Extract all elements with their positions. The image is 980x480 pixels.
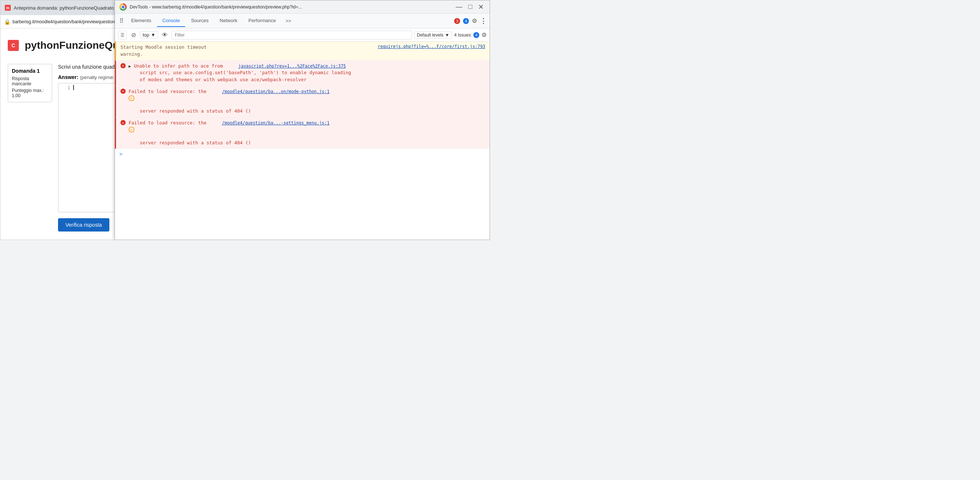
verify-answer-button[interactable]: Verifica risposta xyxy=(58,218,110,231)
console-filter-input[interactable] xyxy=(172,31,412,40)
tab-elements[interactable]: Elements xyxy=(126,15,156,27)
clear-console-icon: ⊘ xyxy=(131,32,136,38)
eye-icon: 👁 xyxy=(162,32,168,38)
console-messages-area: Starting Moodle session timeoutwarning. … xyxy=(115,42,490,240)
console-message-error-1: ✕ ▶ Unable to infer path to ace from jav… xyxy=(115,60,490,86)
tab-network[interactable]: Network xyxy=(215,15,243,27)
devtools-right-icons: 3 4 ⚙ ⋮ xyxy=(454,17,487,25)
console-message-error-3: ✕ Failed to load resource: the /moodle4/… xyxy=(115,117,490,149)
line-number: 1 xyxy=(61,85,70,90)
devtools-settings-icon[interactable]: ⚙ xyxy=(472,17,477,24)
context-label: top xyxy=(143,32,149,38)
levels-dropdown-icon: ▼ xyxy=(445,32,449,38)
console-message-text-1: ▶ Unable to infer path to ace from javas… xyxy=(129,63,485,84)
console-message-link-3[interactable]: /moodle4/question/ba...-settings_menu.js… xyxy=(222,120,329,125)
devtools-maximize-btn[interactable]: □ xyxy=(467,3,474,11)
console-message-text: Starting Moodle session timeoutwarning. xyxy=(121,44,370,58)
question-status: Risposta mancante xyxy=(12,76,48,86)
reload-icon-3[interactable]: ↻ xyxy=(129,127,135,133)
prompt-arrow-icon: > xyxy=(119,151,123,157)
console-message-link-1[interactable]: javascript.php?rev=1...%2Face%2Face.js:3… xyxy=(239,63,346,69)
reload-icon-2[interactable]: ↻ xyxy=(129,95,135,101)
tab-sources[interactable]: Sources xyxy=(186,15,214,27)
console-settings-icon[interactable]: ⚙ xyxy=(482,32,487,38)
console-message-text-2: Failed to load resource: the /moodle4/qu… xyxy=(129,88,485,115)
console-context-selector[interactable]: top ▼ xyxy=(140,31,158,39)
more-tabs-button[interactable]: >> xyxy=(282,16,295,26)
console-message-warning: Starting Moodle session timeoutwarning. … xyxy=(115,42,490,60)
devtools-minimize-btn[interactable]: — xyxy=(454,3,464,11)
devtools-title-url: DevTools - www.barberisg.it/moodle4/ques… xyxy=(130,5,451,10)
code-cursor xyxy=(73,85,74,90)
inspect-icon[interactable]: ⠿ xyxy=(118,16,125,26)
question-sidebar: Domanda 1 Risposta mancante Punteggio ma… xyxy=(8,64,52,102)
console-message-link-2[interactable]: /moodle4/question/ba...on/mode-python.js… xyxy=(222,89,329,94)
console-levels-selector[interactable]: Default levels ▼ xyxy=(414,32,452,39)
console-message-error-2: ✕ Failed to load resource: the /moodle4/… xyxy=(115,86,490,117)
tab-console[interactable]: Console xyxy=(157,15,185,27)
error-badge: 3 xyxy=(454,18,460,24)
console-sidebar-toggle[interactable]: ☰ xyxy=(118,31,127,40)
devtools-titlebar: DevTools - www.barberisg.it/moodle4/ques… xyxy=(115,0,490,14)
devtools-close-btn[interactable]: ✕ xyxy=(477,3,485,11)
console-live-expressions-button[interactable]: 👁 xyxy=(161,31,169,40)
question-number-label: Domanda 1 xyxy=(12,68,48,74)
context-dropdown-icon: ▼ xyxy=(151,32,156,38)
console-prompt-area: > xyxy=(115,149,490,159)
expand-triangle-1[interactable]: ▶ xyxy=(129,64,131,69)
browser-favicon: m xyxy=(5,5,11,11)
console-message-text-3: Failed to load resource: the /moodle4/qu… xyxy=(129,120,485,146)
error-icon-2: ✕ xyxy=(121,89,126,94)
error-icon-3: ✕ xyxy=(121,120,126,125)
question-score: Punteggio max.: 1,00 xyxy=(12,88,48,98)
sidebar-toggle-icon: ☰ xyxy=(121,32,124,38)
chrome-icon xyxy=(119,3,127,11)
info-badge: 4 xyxy=(463,18,469,24)
devtools-panel: DevTools - www.barberisg.it/moodle4/ques… xyxy=(115,0,490,240)
issues-count-badge: 4 xyxy=(473,32,479,38)
lock-icon: 🔒 xyxy=(4,19,10,25)
console-toolbar: ☰ ⊘ top ▼ 👁 Default levels ▼ 4 Issues: 4… xyxy=(115,29,490,42)
console-message-link[interactable]: requirejs.php?file=%...F/core/first.js:7… xyxy=(378,44,485,49)
error-icon-1: ✕ xyxy=(121,63,126,68)
tab-performance[interactable]: Performance xyxy=(243,15,281,27)
levels-label: Default levels xyxy=(417,32,444,38)
devtools-tabs-bar: ⠿ Elements Console Sources Network Perfo… xyxy=(115,14,490,29)
issues-badge: 4 Issues: 4 xyxy=(454,32,479,38)
devtools-more-icon[interactable]: ⋮ xyxy=(480,17,487,25)
console-clear-button[interactable]: ⊘ xyxy=(129,31,138,40)
error-count-badge: 3 xyxy=(454,18,460,24)
info-count-badge: 4 xyxy=(463,18,469,24)
moodle-icon: C xyxy=(8,40,19,51)
